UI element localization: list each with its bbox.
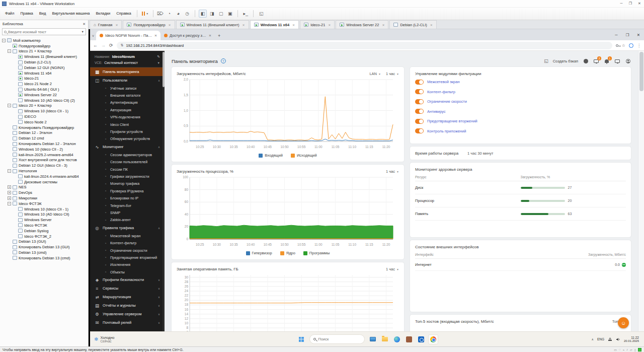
menu-файл[interactable]: Файл [2,8,17,19]
edit-name-icon[interactable]: ✎ [157,55,160,59]
ctrl-alt-del-icon[interactable]: ⌦ [156,10,164,18]
tree-item[interactable]: Debian Syslog [2,228,88,234]
tree-item[interactable]: Debian 13 (cmd) [2,250,88,255]
menu-вкладки[interactable]: Вкладки [93,8,114,19]
account-icon[interactable] [625,58,631,64]
sidebar-subitem-device-discovery[interactable]: ▫Обнаружение устройств [90,135,165,143]
taskbar-file-explorer-button[interactable] [368,334,378,344]
network-icon[interactable] [608,337,612,341]
network-adapter-icon[interactable]: ⌁ [622,348,624,351]
tree-item[interactable]: Ideco 21 Node 2 [2,81,88,87]
module-toggle[interactable] [415,89,424,94]
taskbar-outlook-button[interactable] [416,334,426,344]
tree-item[interactable]: Windows 11 (Внешний клиент) [2,54,88,59]
sidebar-subitem-device-profiles[interactable]: ▫Профили устройств [90,128,165,135]
fit-guest-icon[interactable]: ◱ [257,10,265,18]
tab-close-icon[interactable]: ✕ [115,23,118,27]
legend-item[interactable]: Ядро [280,251,295,255]
module-toggle[interactable] [415,80,424,85]
collapse-icon[interactable]: − [8,169,11,173]
library-search-input[interactable] [8,30,82,34]
module-toggle[interactable] [415,99,424,104]
browser-close-button[interactable]: ✕ [633,33,644,37]
tree-item[interactable]: −Ideco 21 + Кластер [2,49,88,54]
tree-item[interactable]: Windows Server [2,217,88,223]
cpu-period-select[interactable]: 1 час▼ [386,169,399,174]
vce-dropdown-icon[interactable]: ▼ [157,61,160,64]
sidebar-subitem-firewall[interactable]: ▫Межсетевой экран [90,232,165,239]
sidebar-subitem-accounts[interactable]: ▫Учётные записи [90,85,165,92]
tree-item[interactable]: −Нетология [2,168,88,174]
site-info-icon[interactable]: ⇅ [121,43,124,47]
tree-item[interactable]: Хост внутренней сети для тестов [2,158,88,163]
start-button[interactable] [296,334,306,344]
tree-item[interactable]: Debian 12 GUI (NGINX) [2,65,88,71]
support-chat-button[interactable]: ☺ [618,317,629,328]
collapse-icon[interactable]: − [2,39,6,42]
vm-tab-windows-11-x64[interactable]: Windows 11 x64✕ [250,20,299,29]
minimize-button[interactable]: ─ [617,0,626,7]
menu-вид[interactable]: Вид [36,8,49,19]
tree-item[interactable]: Псевдопровайдер [2,43,88,49]
tab-close-icon[interactable]: ✕ [328,23,331,27]
tree-item[interactable]: −Мой компьютер [2,38,88,43]
sidebar-subitem-content-filter[interactable]: ▫Контент-фильтр [90,239,165,246]
language-indicator[interactable]: ENG [597,337,604,341]
tree-item[interactable]: Дисковые системы [2,179,88,185]
tree-item[interactable]: Debian (L2-CLI) [2,59,88,65]
sidebar-subitem-pc-sessions[interactable]: ▫Сессии ПК [90,166,165,173]
fullscreen-icon[interactable]: ▢ [217,10,225,18]
legend-item[interactable]: Программы [303,251,330,255]
tree-item[interactable]: Windows 10 (AD Ideco Cli) (2) [2,98,88,103]
thumbnail-bar-icon[interactable]: ◨ [208,10,216,18]
collapse-icon[interactable]: − [8,104,11,107]
forward-button[interactable]: → [101,43,106,48]
tree-item[interactable]: Windows 10 (Ideco Cli - 2) [2,147,88,152]
back-button[interactable]: ← [93,43,98,48]
tree-item[interactable]: Windows 10 (AD Ideco Cli) [2,212,88,218]
tree-item[interactable]: Debian 12 GUI (Ideco Cli - 3) [2,163,88,168]
library-toggle-icon[interactable]: ◧ [199,10,207,18]
module-toggle[interactable] [415,128,424,133]
period-select[interactable]: 1 час▼ [386,72,399,76]
tree-item[interactable]: Debian 13 (GUI) [2,239,88,244]
legend-item[interactable]: Входящий [259,153,283,158]
tree-item[interactable]: Ideco Node 2 [2,119,88,125]
vm-tab-ideco-21[interactable]: Ideco-21✕ [300,20,335,29]
vm-tab-debian-l2-cli-[interactable]: Debian (L2-CLI)✕ [389,20,436,29]
sidebar-item-users[interactable]: ◫Пользователи∧ [90,76,165,85]
tree-item[interactable]: Ubuntu 64-bit ( GUI ) [2,87,88,92]
legend-item[interactable]: Исходящий [291,153,317,158]
password-key-icon[interactable] [616,44,618,47]
browser-tab[interactable]: Ideco NGFW Novum - Панель✕ [96,31,160,40]
module-label[interactable]: Ограничение скорости [427,99,467,104]
vm-tab-windows-11-внешний-клиент-[interactable]: Windows 11 (Внешний клиент)✕ [176,20,249,29]
sidebar-subitem-objects[interactable]: ▫Объекты [90,268,165,275]
sidebar-subitem-load-graphs[interactable]: ▫Графики загруженности [90,173,165,180]
browser-tab[interactable]: Доступ к ресурсу заблокиров...✕ [160,31,215,40]
taskbar-folder-button[interactable] [380,334,390,344]
taskbar-edge-button[interactable] [392,334,402,344]
collapse-icon[interactable]: − [8,49,11,53]
snapshot-manager-icon[interactable]: ◷ [183,10,191,18]
sidebar-subitem-user-sessions[interactable]: ▫Сессии пользователей [90,159,165,166]
tab-close-icon[interactable]: ✕ [243,23,245,27]
create-backup-button[interactable]: Создать бэкап [553,59,578,63]
sidebar-subitem-exceptions[interactable]: ▫Исключения [90,261,165,268]
taskbar-chrome-button[interactable] [428,334,438,344]
tree-item[interactable]: Клонировать Debian 13 (cmd) [2,255,88,261]
snapshot-icon[interactable]: ◔ [165,10,173,18]
vm-tab-windows-server-22[interactable]: Windows Server 22✕ [336,20,388,29]
tree-item[interactable]: Windows 11 x64 [2,71,88,76]
sidebar-item-security[interactable]: ◈Профили безопасности∨ [90,275,165,284]
tab-close-icon[interactable]: ✕ [430,23,433,27]
sidebar-subitem-authentication[interactable]: ▫Аутентификация [90,99,165,106]
interface-select[interactable]: LAN▼ [369,72,381,76]
module-toggle[interactable] [415,109,424,114]
tab-close-icon[interactable]: ✕ [169,23,171,27]
tree-item[interactable]: −Ideco 20 + Кластер [2,103,88,109]
menu-справка[interactable]: Справка [113,8,134,19]
tree-item[interactable]: Ideco ФСТЭК_2 [2,234,88,239]
sidebar-subitem-traffic-monitor[interactable]: ▫Монитор трафика [90,180,165,187]
expand-icon[interactable]: + [8,191,11,194]
